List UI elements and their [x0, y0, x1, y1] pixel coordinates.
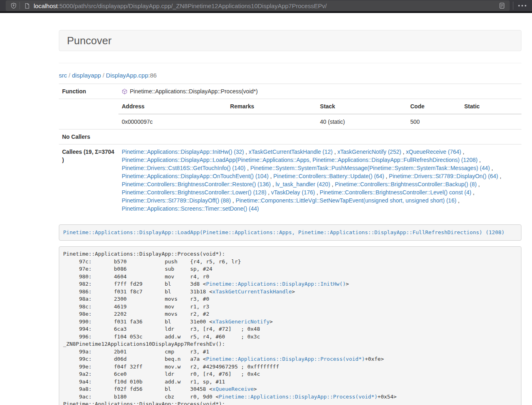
asm-text: >	[254, 386, 257, 392]
browser-toolbar: localhost:5000/path/src/displayapp/Displ…	[0, 0, 532, 13]
callee-separator: ,	[246, 165, 250, 171]
asm-symbol-link[interactable]: xTaskGenericNotify	[212, 319, 269, 325]
stats-value-row: 0x0000097c 40 (static) 500	[118, 114, 521, 129]
caller-snippet-link[interactable]: Pinetime::Applications::DisplayApp::Load…	[63, 229, 505, 235]
menu-icon[interactable]	[517, 2, 528, 9]
asm-symbol-link[interactable]: xTaskGetCurrentTaskHandle	[212, 289, 292, 295]
breadcrumb-link-displayapp[interactable]: displayapp	[72, 72, 101, 79]
asm-text: >	[292, 289, 295, 295]
callee-link[interactable]: Pinetime::Controllers::BrightnessControl…	[335, 181, 476, 187]
divider	[59, 63, 521, 63]
page-container: Puncover src/displayapp/DisplayApp.cpp:8…	[59, 30, 521, 405]
breadcrumb: src/displayapp/DisplayApp.cpp:86	[59, 72, 521, 79]
asm-text: >	[346, 281, 349, 287]
callee-separator: ,	[269, 173, 274, 179]
asm-text: +0x54>	[377, 394, 396, 400]
callee-separator: ,	[498, 173, 502, 179]
table-row: Function Pinetime::Applications::Display…	[59, 84, 521, 99]
callees-label: Callees (19, Σ=3704 )	[59, 144, 118, 216]
callee-separator: ,	[477, 181, 480, 187]
callee-link[interactable]: xTaskGenericNotify (252)	[337, 149, 401, 155]
asm-text: _ZN8Pinetime12Applications10DisplayApp7R…	[63, 341, 225, 347]
callee-link[interactable]: Pinetime::Controllers::Battery::Update()…	[274, 173, 384, 179]
callee-link[interactable]: xTaskGetCurrentTaskHandle (12)	[249, 149, 333, 155]
callee-link[interactable]: Pinetime::System::SystemTask::PushMessag…	[250, 165, 490, 171]
callee-separator: ,	[461, 149, 464, 155]
asm-symbol-link[interactable]: Pinetime::Applications::DisplayApp::Proc…	[206, 356, 365, 362]
brand-header: Puncover	[59, 30, 521, 51]
table-row: No Callers	[59, 129, 521, 144]
asm-text: 9a8: f02f fd56 bl 30458 <	[63, 386, 213, 392]
url-host: localhost	[34, 2, 58, 9]
callee-link[interactable]: Pinetime::Applications::DisplayApp::Load…	[122, 157, 478, 163]
callees-list: Pinetime::Applications::DisplayApp::Init…	[118, 144, 521, 216]
asm-text: 980: 4604 mov r4, r0	[63, 274, 209, 280]
callee-link[interactable]: Pinetime::Drivers::Cst816S::GetTouchInfo…	[122, 165, 246, 171]
page-icon[interactable]	[22, 1, 31, 10]
breadcrumb-separator: /	[101, 72, 106, 79]
callee-separator: ,	[384, 173, 389, 179]
breadcrumb-link-file[interactable]: DisplayApp.cpp	[106, 72, 148, 79]
table-row: Callees (19, Σ=3704 ) Pinetime::Applicat…	[59, 144, 521, 216]
table-row: Address Remarks Stack Code Static 0x0000…	[59, 99, 521, 129]
callee-separator: ,	[244, 149, 249, 155]
asm-text: 97e: b086 sub sp, #24	[63, 266, 213, 272]
callee-link[interactable]: xQueueReceive (764)	[406, 149, 461, 155]
callee-link[interactable]: Pinetime::Applications::DisplayApp::Init…	[122, 149, 244, 155]
asm-symbol-link[interactable]: xQueueReceive	[212, 386, 254, 392]
callee-separator: ,	[231, 197, 236, 204]
callee-link[interactable]: Pinetime::Drivers::St7789::DisplayOff() …	[122, 197, 231, 204]
callee-link[interactable]: vTaskDelay (176)	[271, 189, 315, 196]
asm-text: 990: f031 fa36 bl 31e00 <	[63, 319, 213, 325]
asm-text: 99e: f04f 32ff mov.w r2, #4294967295 ; 0…	[63, 364, 279, 370]
asm-text: 982: f7ff fd29 bl 3d8 <	[63, 281, 206, 287]
no-callers-value	[118, 129, 521, 144]
url-text: localhost:5000/path/src/displayapp/Displ…	[34, 2, 498, 9]
breadcrumb-line-number: :86	[148, 72, 157, 79]
callee-link[interactable]: Pinetime::Controllers::BrightnessControl…	[122, 181, 271, 187]
asm-symbol-link[interactable]: Pinetime::Applications::DisplayApp::Proc…	[219, 394, 377, 400]
caller-snippet-block: Pinetime::Applications::DisplayApp::Load…	[59, 224, 521, 241]
callee-link[interactable]: Pinetime::Controllers::BrightnessControl…	[122, 189, 266, 196]
address-bar[interactable]: localhost:5000/path/src/displayapp/Displ…	[6, 0, 510, 11]
disassembly-block: Pinetime::Applications::DisplayApp::Proc…	[59, 246, 521, 405]
callee-link[interactable]: Pinetime::Components::LittleVgl::SetNewT…	[236, 197, 457, 204]
callee-separator: ,	[401, 149, 406, 155]
callee-separator: ,	[271, 181, 276, 187]
callee-link[interactable]: Pinetime::Applications::Screens::Timer::…	[122, 205, 259, 212]
callee-link[interactable]: lv_task_handler (420)	[276, 181, 330, 187]
callee-separator: ,	[471, 189, 474, 196]
code-value: 500	[407, 114, 461, 129]
breadcrumb-link-src[interactable]: src	[59, 72, 67, 79]
callee-link[interactable]: Pinetime::Controllers::BrightnessControl…	[320, 189, 471, 196]
empty-header-cell	[59, 99, 118, 129]
asm-text: +0xfe>	[365, 356, 384, 362]
column-address: Address	[118, 99, 227, 114]
asm-symbol-link[interactable]: Pinetime::Applications::DisplayApp::Init…	[206, 281, 346, 287]
asm-text: 994: 6ca3 ldr r3, [r4, #72] ; 0x48	[63, 326, 260, 332]
callee-separator: ,	[315, 189, 320, 196]
function-label: Function	[59, 84, 118, 99]
asm-text: 986: f031 f8c7 bl 31b18 <	[63, 289, 213, 295]
reader-mode-icon[interactable]	[498, 1, 506, 10]
asm-text: 97c: b570 push {r4, r5, r6, lr}	[63, 259, 241, 265]
callee-link[interactable]: Pinetime::Drivers::St7789::DisplayOn() (…	[389, 173, 498, 179]
toolbar-separator	[513, 2, 513, 10]
no-callers-label: No Callers	[59, 129, 118, 144]
asm-text: 9ac: b180 cbz r0, 9d0 <	[63, 394, 219, 400]
symbol-cube-icon	[122, 88, 127, 95]
column-code: Code	[407, 99, 461, 114]
callee-link[interactable]: Pinetime::Applications::DisplayApp::OnTo…	[122, 173, 269, 179]
asm-text: 98a: 2300 movs r3, #0	[63, 296, 209, 302]
asm-text: 99c: d06d beq.n a7a <	[63, 356, 206, 362]
asm-text: 98e: 2202 movs r2, #2	[63, 311, 209, 317]
shield-icon[interactable]	[9, 1, 18, 10]
asm-text: 9a2: 6ce0 ldr r0, [r4, #76] ; 0x4c	[63, 371, 260, 377]
urlbar-separator	[19, 2, 20, 9]
column-stack: Stack	[317, 99, 407, 114]
asm-text: 9a4: f10d 010b add.w r1, sp, #11	[63, 379, 225, 385]
function-detail-table: Function Pinetime::Applications::Display…	[59, 84, 521, 216]
remarks-value	[227, 114, 317, 129]
static-value	[461, 114, 521, 129]
address-value: 0x0000097c	[118, 114, 227, 129]
